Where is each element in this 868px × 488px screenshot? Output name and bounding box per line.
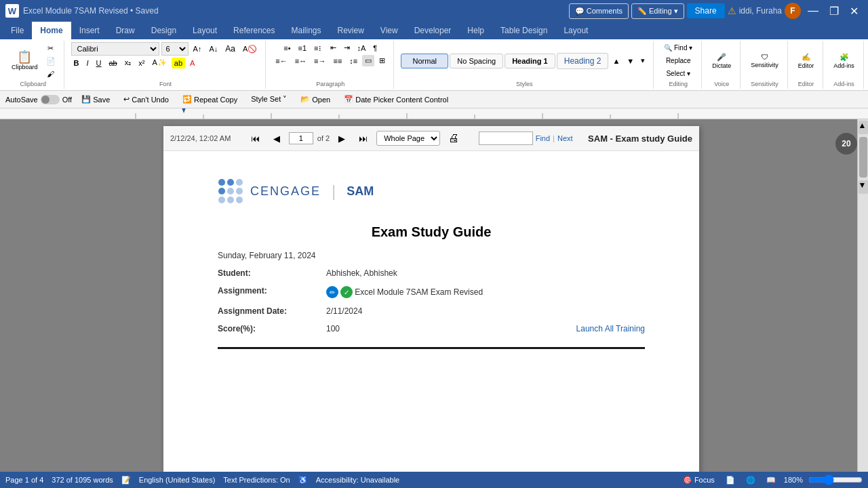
style-nospacing-btn[interactable]: No Spacing: [450, 54, 503, 68]
clipboard-sub: ✂ 📄 🖌: [43, 43, 58, 79]
scroll-bar-right[interactable]: ▲ ▼: [857, 119, 868, 472]
font-color-btn[interactable]: A: [187, 58, 197, 68]
page-number-input[interactable]: [289, 132, 313, 144]
student-field: Student: Abhishek, Abhishek: [218, 268, 645, 278]
underline-button[interactable]: U: [94, 58, 104, 68]
shading-btn[interactable]: ▭: [362, 55, 374, 66]
focus-btn[interactable]: 🎯 Focus: [680, 476, 717, 485]
tab-tablelayout[interactable]: Layout: [555, 22, 596, 39]
increase-indent-btn[interactable]: ⇥: [341, 42, 353, 54]
align-center-btn[interactable]: ≡↔: [292, 56, 309, 66]
tab-references[interactable]: References: [225, 22, 283, 39]
scroll-down-btn[interactable]: ▼: [859, 180, 868, 194]
addins-icon: 🧩: [840, 53, 849, 62]
bold-button[interactable]: B: [71, 58, 82, 68]
prev-page-btn[interactable]: ◀: [269, 131, 285, 146]
open-btn[interactable]: 📂 Open: [296, 94, 334, 105]
next-page-btn[interactable]: ▶: [334, 131, 350, 146]
tab-view[interactable]: View: [372, 22, 406, 39]
text-highlight-btn[interactable]: ab: [172, 58, 185, 68]
view-mode-select[interactable]: Whole Page Page Width Two Pages: [376, 131, 440, 146]
align-right-btn[interactable]: ≡→: [311, 56, 328, 66]
select-button[interactable]: Select ▾: [660, 68, 696, 79]
scroll-up-btn[interactable]: ▲: [859, 121, 868, 134]
tab-review[interactable]: Review: [330, 22, 372, 39]
repeat-btn[interactable]: 🔁 Repeat Copy: [178, 94, 241, 105]
show-hide-btn[interactable]: ¶: [370, 43, 380, 54]
minimize-button[interactable]: —: [804, 5, 823, 17]
addins-button[interactable]: 🧩 Add-ins: [830, 51, 858, 71]
dictate-button[interactable]: 🎤 Dictate: [709, 51, 734, 71]
scroll-thumb[interactable]: [859, 137, 867, 178]
restore-button[interactable]: ❐: [825, 5, 843, 18]
numbering-btn[interactable]: ≡1: [296, 43, 310, 54]
paste-button[interactable]: 📋 Clipboard: [8, 49, 41, 73]
cut-button[interactable]: ✂: [43, 43, 58, 54]
style-h1-btn[interactable]: Heading 1: [505, 54, 555, 68]
tab-file[interactable]: File: [3, 22, 32, 39]
subscript-button[interactable]: x₂: [122, 57, 134, 68]
zoom-slider[interactable]: [808, 474, 863, 485]
tab-design[interactable]: Design: [143, 22, 184, 39]
multilevel-btn[interactable]: ≡⫶: [311, 43, 325, 54]
style-h2-btn[interactable]: Heading 2: [557, 53, 609, 69]
save-btn[interactable]: 💾 Save: [77, 94, 114, 105]
date-picker-btn[interactable]: 📅 Date Picker Content Control: [340, 94, 452, 105]
undo-btn[interactable]: ↩ Can't Undo: [119, 94, 173, 105]
style-set-btn[interactable]: Style Set ˅: [247, 94, 291, 105]
find-input[interactable]: [479, 131, 533, 145]
justify-btn[interactable]: ≡≡: [331, 56, 345, 66]
tab-insert[interactable]: Insert: [71, 22, 108, 39]
next-link[interactable]: Next: [557, 134, 573, 142]
print-layout-btn[interactable]: 📄: [723, 476, 738, 485]
text-effects-btn[interactable]: A✨: [149, 57, 169, 68]
increase-font-btn[interactable]: A↑: [191, 43, 205, 54]
styles-scroll-up[interactable]: ▲: [610, 56, 623, 66]
launch-training-link[interactable]: Launch All Training: [576, 324, 645, 333]
font-family-select[interactable]: Calibri: [71, 42, 159, 56]
tab-developer[interactable]: Developer: [406, 22, 460, 39]
editing-button[interactable]: ✏️ Editing ▾: [631, 3, 684, 19]
decrease-font-btn[interactable]: A↓: [206, 43, 220, 54]
styles-expand[interactable]: ▾: [638, 55, 648, 66]
last-page-btn[interactable]: ⏭: [354, 131, 372, 146]
tab-draw[interactable]: Draw: [108, 22, 143, 39]
sensitivity-button[interactable]: 🛡 Sensitivity: [747, 51, 782, 70]
tab-layout[interactable]: Layout: [184, 22, 225, 39]
first-page-btn[interactable]: ⏮: [246, 131, 264, 146]
line-spacing-btn[interactable]: ↕≡: [347, 56, 360, 66]
editor-button[interactable]: ✍ Editor: [795, 51, 818, 71]
bullets-btn[interactable]: ≡•: [281, 43, 293, 54]
tab-help[interactable]: Help: [459, 22, 492, 39]
styles-scroll-down[interactable]: ▼: [624, 56, 637, 66]
tab-home[interactable]: Home: [32, 22, 71, 39]
share-button[interactable]: Share: [687, 3, 725, 18]
copy-button[interactable]: 📄: [43, 56, 58, 67]
strikethrough-button[interactable]: ab: [106, 58, 120, 68]
align-left-btn[interactable]: ≡←: [273, 56, 290, 66]
replace-button[interactable]: Replace: [660, 55, 696, 66]
comments-button[interactable]: 💬 Comments: [569, 3, 629, 19]
change-case-btn[interactable]: Aa: [222, 43, 238, 55]
clear-format-btn[interactable]: A🚫: [240, 43, 260, 55]
web-layout-btn[interactable]: 🌐: [743, 476, 758, 485]
print-button[interactable]: 🖨: [444, 130, 463, 146]
style-normal-btn[interactable]: Normal: [401, 54, 448, 68]
format-painter-button[interactable]: 🖌: [43, 68, 58, 79]
user-avatar[interactable]: F: [785, 3, 801, 19]
accessibility-label: ♿: [298, 476, 308, 485]
font-size-select[interactable]: 6: [161, 42, 189, 56]
tab-mailings[interactable]: Mailings: [283, 22, 329, 39]
document-main[interactable]: 2/12/24, 12:02 AM ⏮ ◀ of 2 ▶ ⏭ Whole Pag…: [5, 119, 857, 472]
read-mode-btn[interactable]: 📖: [764, 476, 778, 485]
sort-btn[interactable]: ↕A: [355, 43, 369, 54]
tab-tabledesign[interactable]: Table Design: [492, 22, 555, 39]
autosave-toggle[interactable]: [41, 95, 60, 104]
borders-btn[interactable]: ⊞: [376, 55, 388, 66]
close-button[interactable]: ✕: [846, 5, 863, 18]
italic-button[interactable]: I: [83, 58, 91, 68]
superscript-button[interactable]: x²: [136, 58, 147, 68]
find-link[interactable]: Find: [536, 134, 550, 142]
find-button[interactable]: 🔍 Find ▾: [660, 42, 696, 54]
decrease-indent-btn[interactable]: ⇤: [328, 42, 339, 54]
